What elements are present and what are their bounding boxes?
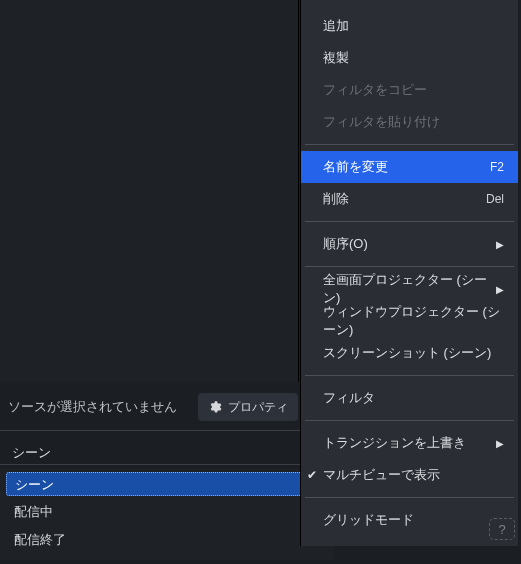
scene-item[interactable]: 配信中 <box>6 500 328 524</box>
menu-fullscreen-projector[interactable]: 全画面プロジェクター (シーン) ▶ <box>301 273 518 305</box>
properties-button-label: プロパティ <box>228 399 288 416</box>
menu-separator <box>305 221 514 222</box>
menu-label: スクリーンショット (シーン) <box>323 344 491 362</box>
menu-separator <box>305 375 514 376</box>
menu-paste-filters[interactable]: フィルタを貼り付け <box>301 106 518 138</box>
menu-show-in-multiview[interactable]: ✔ マルチビューで表示 <box>301 459 518 491</box>
menu-separator <box>305 266 514 267</box>
source-status-row: ソースが選択されていません プロパティ <box>0 391 298 423</box>
menu-separator <box>305 420 514 421</box>
scene-list: シーン 配信中 配信終了 <box>0 468 334 560</box>
menu-transition-overwrite[interactable]: トランジションを上書き ▶ <box>301 427 518 459</box>
submenu-arrow-icon: ▶ <box>496 239 504 250</box>
checkmark-icon: ✔ <box>307 468 317 482</box>
menu-copy-filters[interactable]: フィルタをコピー <box>301 74 518 106</box>
menu-screenshot-scene[interactable]: スクリーンショット (シーン) <box>301 337 518 369</box>
menu-label: フィルタをコピー <box>323 81 427 99</box>
menu-label: 追加 <box>323 17 349 35</box>
menu-label: フィルタ <box>323 389 375 407</box>
menu-rename[interactable]: 名前を変更 F2 <box>301 151 518 183</box>
menu-shortcut: Del <box>486 192 504 206</box>
gear-icon <box>208 400 222 414</box>
submenu-arrow-icon: ▶ <box>496 438 504 449</box>
menu-window-projector[interactable]: ウィンドウプロジェクター (シーン) <box>301 305 518 337</box>
menu-order[interactable]: 順序(O) ▶ <box>301 228 518 260</box>
menu-label: グリッドモード <box>323 511 414 529</box>
menu-label: 名前を変更 <box>323 158 388 176</box>
separator <box>0 430 334 431</box>
separator <box>0 464 334 465</box>
menu-label: トランジションを上書き <box>323 434 466 452</box>
menu-duplicate[interactable]: 複製 <box>301 42 518 74</box>
menu-label: 複製 <box>323 49 349 67</box>
scene-context-menu: 追加 複製 フィルタをコピー フィルタを貼り付け 名前を変更 F2 削除 Del… <box>300 0 518 546</box>
menu-label: 順序(O) <box>323 235 368 253</box>
no-source-selected-label: ソースが選択されていません <box>8 398 188 416</box>
menu-add[interactable]: 追加 <box>301 10 518 42</box>
menu-label: 全画面プロジェクター (シーン) <box>323 271 496 307</box>
scene-item[interactable]: シーン <box>6 472 328 496</box>
menu-grid-mode[interactable]: グリッドモード <box>301 504 518 536</box>
menu-separator <box>305 144 514 145</box>
help-badge[interactable]: ? <box>489 518 515 540</box>
scene-item[interactable]: 配信終了 <box>6 528 328 552</box>
menu-label: フィルタを貼り付け <box>323 113 440 131</box>
menu-label: 削除 <box>323 190 349 208</box>
menu-separator <box>305 497 514 498</box>
menu-label: マルチビューで表示 <box>323 466 440 484</box>
menu-filters[interactable]: フィルタ <box>301 382 518 414</box>
menu-delete[interactable]: 削除 Del <box>301 183 518 215</box>
menu-shortcut: F2 <box>490 160 504 174</box>
properties-button[interactable]: プロパティ <box>198 393 298 421</box>
menu-label: ウィンドウプロジェクター (シーン) <box>323 303 504 339</box>
scenes-panel-title: シーン <box>4 440 324 466</box>
submenu-arrow-icon: ▶ <box>496 284 504 295</box>
preview-area <box>0 0 299 382</box>
